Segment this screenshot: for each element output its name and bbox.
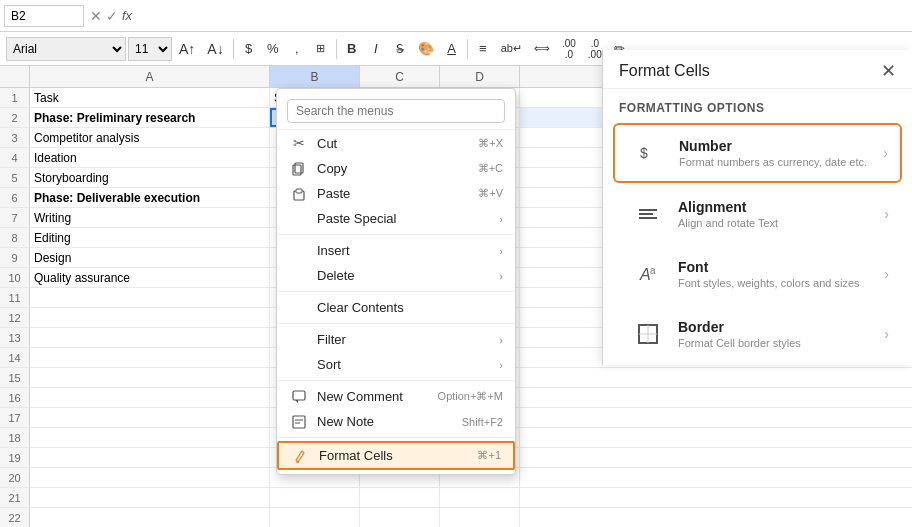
cell-r15-c1[interactable] — [30, 368, 270, 387]
formula-input[interactable] — [138, 5, 908, 27]
menu-item-delete[interactable]: Delete› — [277, 263, 515, 288]
strikethrough-btn[interactable]: S̶ — [389, 36, 411, 62]
fill-color-btn[interactable]: 🎨 — [413, 36, 439, 62]
formatting-options-label: Formatting Options — [603, 89, 912, 121]
menu-divider — [277, 437, 515, 438]
table-row[interactable]: 21 — [0, 488, 912, 508]
menu-item-new-note[interactable]: New NoteShift+F2 — [277, 409, 515, 434]
cancel-icon[interactable]: ✕ — [90, 8, 102, 24]
format-option-text: NumberFormat numbers as currency, date e… — [679, 138, 867, 168]
menu-item-shortcut: ⌘+X — [478, 137, 503, 150]
menu-item-label: Paste Special — [317, 211, 495, 226]
merge-btn[interactable]: ⟺ — [529, 36, 555, 62]
increase-font-btn[interactable]: A↑ — [174, 36, 200, 62]
cell-r16-c1[interactable] — [30, 388, 270, 407]
cell-r8-c1[interactable]: Editing — [30, 228, 270, 247]
wrap-btn[interactable]: ab↵ — [496, 36, 527, 62]
cell-r10-c1[interactable]: Quality assurance — [30, 268, 270, 287]
cell-r22-c1[interactable] — [30, 508, 270, 527]
cell-r21-c2[interactable] — [270, 488, 360, 507]
cell-r20-c1[interactable] — [30, 468, 270, 487]
menu-divider — [277, 380, 515, 381]
menu-search-container — [277, 93, 515, 130]
col-header-b[interactable]: B — [270, 66, 360, 87]
panel-close-btn[interactable]: ✕ — [881, 62, 896, 80]
cell-r22-c3[interactable] — [360, 508, 440, 527]
menu-item-shortcut: Option+⌘+M — [438, 390, 503, 403]
row-num-18: 18 — [0, 428, 30, 447]
comma-btn[interactable]: , — [286, 36, 308, 62]
menu-search-input[interactable] — [287, 99, 505, 123]
menu-item-clear-contents[interactable]: Clear Contents — [277, 295, 515, 320]
row-num-6: 6 — [0, 188, 30, 207]
menu-item-sort[interactable]: Sort› — [277, 352, 515, 377]
menu-item-arrow-icon: › — [499, 359, 503, 371]
menu-item-copy[interactable]: Copy⌘+C — [277, 156, 515, 181]
bold-btn[interactable]: B — [341, 36, 363, 62]
menu-item-new-comment[interactable]: New CommentOption+⌘+M — [277, 384, 515, 409]
cell-r6-c1[interactable]: Phase: Deliverable execution — [30, 188, 270, 207]
cell-r2-c1[interactable]: Phase: Preliminary research — [30, 108, 270, 127]
row-num-22: 22 — [0, 508, 30, 527]
col-header-c[interactable]: C — [360, 66, 440, 87]
cell-r4-c1[interactable]: Ideation — [30, 148, 270, 167]
row-num-5: 5 — [0, 168, 30, 187]
cell-r14-c1[interactable] — [30, 348, 270, 367]
menu-item-format-cells[interactable]: Format Cells⌘+1 — [277, 441, 515, 470]
cell-r3-c1[interactable]: Competitor analysis — [30, 128, 270, 147]
align-btn[interactable]: ≡ — [472, 36, 494, 62]
menu-item-label: Filter — [317, 332, 495, 347]
format-option-arrow-icon: › — [884, 206, 889, 222]
cell-ref-input[interactable]: B2 — [4, 5, 84, 27]
table-row[interactable]: 22 — [0, 508, 912, 527]
menu-item-label: Sort — [317, 357, 495, 372]
cell-r17-c1[interactable] — [30, 408, 270, 427]
cell-r7-c1[interactable]: Writing — [30, 208, 270, 227]
format-option-name: Border — [678, 319, 801, 335]
format-option-border[interactable]: BorderFormat Cell border styles› — [613, 305, 902, 363]
cell-r9-c1[interactable]: Design — [30, 248, 270, 267]
cell-r19-c1[interactable] — [30, 448, 270, 467]
cell-r21-c4[interactable] — [440, 488, 520, 507]
sep1 — [233, 39, 234, 59]
format-option-alignment[interactable]: AlignmentAlign and rotate Text› — [613, 185, 902, 243]
cell-r21-c3[interactable] — [360, 488, 440, 507]
decrease-font-btn[interactable]: A↓ — [202, 36, 228, 62]
cell-r22-c4[interactable] — [440, 508, 520, 527]
format-option-number[interactable]: $NumberFormat numbers as currency, date … — [613, 123, 902, 183]
menu-item-cut[interactable]: ✂Cut⌘+X — [277, 130, 515, 156]
cell-r13-c1[interactable] — [30, 328, 270, 347]
cell-r22-c2[interactable] — [270, 508, 360, 527]
format-option-desc: Format numbers as currency, date etc. — [679, 156, 867, 168]
cell-r12-c1[interactable] — [30, 308, 270, 327]
menu-item-paste[interactable]: Paste⌘+V — [277, 181, 515, 206]
svg-rect-3 — [296, 189, 302, 193]
font-color-btn[interactable]: A — [441, 36, 463, 62]
menu-item-label: New Comment — [317, 389, 430, 404]
cell-r18-c1[interactable] — [30, 428, 270, 447]
row-num-8: 8 — [0, 228, 30, 247]
cell-r11-c1[interactable] — [30, 288, 270, 307]
col-header-d[interactable]: D — [440, 66, 520, 87]
cell-r1-c1[interactable]: Task — [30, 88, 270, 107]
row-num-15: 15 — [0, 368, 30, 387]
confirm-icon[interactable]: ✓ — [106, 8, 118, 24]
format-option-font[interactable]: AaFontFont styles, weights, colors and s… — [613, 245, 902, 303]
currency-btn[interactable]: $ — [238, 36, 260, 62]
menu-item-label: Paste — [317, 186, 470, 201]
sep3 — [467, 39, 468, 59]
accounting-btn[interactable]: ⊞ — [310, 36, 332, 62]
col-header-a[interactable]: A — [30, 66, 270, 87]
menu-item-paste-special[interactable]: Paste Special› — [277, 206, 515, 231]
row-num-19: 19 — [0, 448, 30, 467]
percent-btn[interactable]: % — [262, 36, 284, 62]
menu-item-insert[interactable]: Insert› — [277, 238, 515, 263]
font-size-select[interactable]: 11 — [128, 37, 172, 61]
menu-item-filter[interactable]: Filter› — [277, 327, 515, 352]
dec-decimal-btn[interactable]: .00.0 — [557, 36, 581, 62]
italic-btn[interactable]: I — [365, 36, 387, 62]
format-option-icon-border — [630, 316, 666, 352]
cell-r21-c1[interactable] — [30, 488, 270, 507]
font-select[interactable]: Arial — [6, 37, 126, 61]
cell-r5-c1[interactable]: Storyboarding — [30, 168, 270, 187]
